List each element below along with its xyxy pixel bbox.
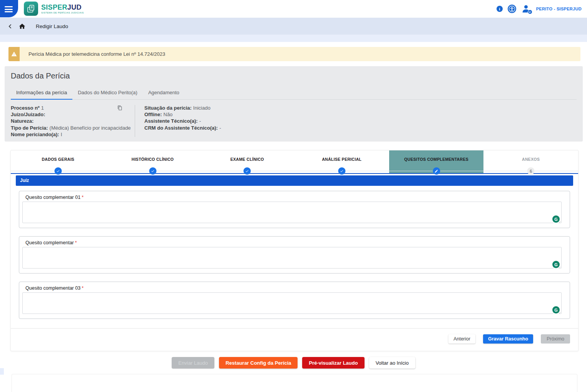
user-role-label[interactable]: PERITO - SISPERJUD: [536, 7, 582, 11]
stepper-connector: [11, 171, 578, 171]
previous-button[interactable]: Anterior: [448, 334, 475, 344]
required-asterisk: *: [82, 285, 84, 291]
check-circle-icon: [338, 167, 345, 175]
top-bar: SISPERJUD SISTEMA DE PERÍCIAS JUDICIAIS …: [0, 0, 587, 18]
tab-dados-medico-perito[interactable]: Dados do Médico Perito(a): [72, 87, 143, 99]
preview-laudo-button[interactable]: Pré-visualizar Laudo: [302, 357, 364, 369]
page-title: Redigir Laudo: [36, 23, 68, 29]
quesito-fieldset-2: Quesito complementar* G: [19, 236, 570, 274]
pericia-card: Dados da Perícia Informações da perícia …: [5, 66, 583, 142]
info-row: Natureza:: [11, 118, 125, 124]
info-row: Juízo/Juizado:: [11, 111, 125, 118]
step-historico-clinico[interactable]: HISTÓRICO CLÍNICO: [105, 150, 200, 173]
hamburger-icon: [5, 6, 13, 14]
quesito-textarea-1[interactable]: [22, 202, 562, 223]
info-column-left: Processo nº1 Juízo/Juizado: Natureza: Ti…: [11, 105, 125, 138]
stepper-rule: [11, 173, 578, 174]
restore-config-button[interactable]: Restaurar Config da Perícia: [219, 357, 298, 369]
info-column-right: Situação da perícia:Iniciado Offline:Não…: [144, 105, 221, 138]
tab-agendamento[interactable]: Agendamento: [143, 87, 185, 99]
user-chevron-down-icon: [528, 10, 532, 14]
app-logo: SISPERJUD SISTEMA DE PERÍCIAS JUDICIAIS: [24, 2, 84, 16]
step-exame-clinico[interactable]: EXAME CLÍNICO: [200, 150, 294, 173]
back-to-home-button[interactable]: Voltar ao Início: [369, 357, 415, 369]
quesito-label: Quesito complementar 01*: [25, 195, 84, 200]
info-row: Situação da perícia:Iniciado: [144, 105, 221, 111]
info-row: Assistente Técnico(a):-: [144, 118, 221, 124]
step-dados-gerais[interactable]: DADOS GERAIS: [11, 150, 105, 173]
pencil-circle-icon: [433, 167, 440, 175]
pericia-info: Processo nº1 Juízo/Juizado: Natureza: Ti…: [11, 105, 577, 138]
next-card-edge: [12, 374, 577, 392]
back-chevron-icon[interactable]: [8, 24, 13, 29]
grammarly-icon[interactable]: G: [552, 215, 560, 223]
info-icon[interactable]: i: [497, 6, 503, 12]
form-nav-row: Anterior Gravar Rascunho Próximo: [11, 329, 578, 349]
laudo-form-card: DADOS GERAIS HISTÓRICO CLÍNICO EXAME CLÍ…: [10, 150, 579, 351]
bottom-strip: [0, 368, 4, 375]
info-row: CRM do Assistente Técnico(a):-: [144, 125, 221, 131]
quesito-label: Quesito complementar*: [25, 240, 77, 245]
step-count-badge: 6: [527, 167, 535, 175]
info-row: Offline:Não: [144, 111, 221, 118]
topbar-right: i PERITO - SISPERJUD: [497, 0, 582, 18]
warning-icon: [8, 47, 20, 61]
grammarly-icon[interactable]: G: [552, 261, 560, 268]
section-header-juiz: Juíz: [16, 175, 573, 186]
info-divider: [135, 105, 135, 137]
save-draft-button[interactable]: Gravar Rascunho: [483, 334, 533, 344]
page: SISPERJUD SISTEMA DE PERÍCIAS JUDICIAIS …: [0, 0, 587, 392]
quesito-textarea-2[interactable]: [22, 247, 562, 269]
accessibility-icon[interactable]: [508, 5, 516, 13]
step-anexos[interactable]: ANEXOS 6: [483, 150, 578, 173]
logo-title: SISPERJUD: [41, 4, 84, 11]
warning-text: Perícia Médica por telemedicina conforme…: [28, 51, 165, 57]
send-laudo-button[interactable]: Enviar Laudo: [172, 357, 214, 369]
required-asterisk: *: [82, 195, 84, 200]
grammarly-icon[interactable]: G: [552, 306, 560, 314]
menu-button[interactable]: [0, 0, 18, 17]
check-circle-icon: [54, 167, 62, 175]
quesito-fieldset-3: Quesito complementar 03* G: [19, 282, 570, 319]
check-circle-icon: [149, 167, 156, 175]
check-circle-icon: [244, 167, 251, 175]
required-asterisk: *: [75, 240, 77, 245]
pericia-title: Dados da Perícia: [11, 66, 577, 80]
actions-row: Enviar Laudo Restaurar Config da Perícia…: [0, 357, 587, 369]
quesito-fieldset-1: Quesito complementar 01* G: [19, 191, 570, 228]
step-analise-pericial[interactable]: ANÁLISE PERICIAL: [294, 150, 389, 173]
warning-banner: Perícia Médica por telemedicina conforme…: [8, 47, 580, 61]
home-icon[interactable]: [18, 23, 26, 30]
header-band: [0, 35, 587, 42]
info-row: Nome periciando(a):I: [11, 131, 125, 138]
logo-subtitle: SISTEMA DE PERÍCIAS JUDICIAIS: [41, 12, 84, 14]
tab-informacoes-pericia[interactable]: Informações da perícia: [11, 87, 72, 99]
logo-document-icon: [24, 2, 38, 16]
breadcrumb: Redigir Laudo: [0, 18, 587, 35]
next-button[interactable]: Próximo: [541, 334, 570, 344]
pericia-tabs: Informações da perícia Dados do Médico P…: [11, 87, 577, 100]
step-quesitos-complementares[interactable]: QUESITOS COMPLEMENTARES: [389, 150, 484, 173]
user-menu-icon[interactable]: [521, 4, 531, 14]
stepper: DADOS GERAIS HISTÓRICO CLÍNICO EXAME CLÍ…: [11, 150, 578, 173]
quesito-label: Quesito complementar 03*: [25, 285, 84, 291]
quesito-textarea-3[interactable]: [22, 292, 562, 314]
info-row: Tipo de Perícia:(Médica) Benefício por i…: [11, 125, 125, 131]
copy-icon[interactable]: [117, 105, 122, 111]
info-row: Processo nº1: [11, 105, 125, 111]
